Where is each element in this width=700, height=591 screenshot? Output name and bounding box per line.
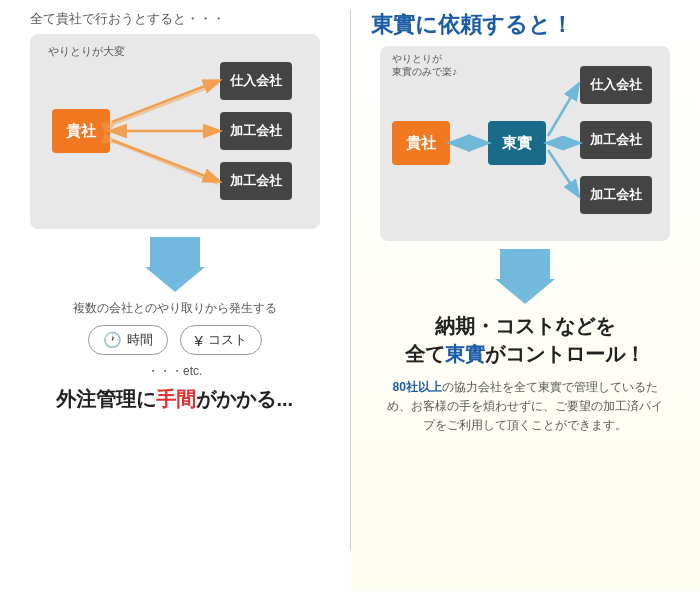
right-bottom-title: 納期・コストなどを 全て東實がコントロール！ (405, 312, 645, 368)
left-torikata-label: やりとりが大変 (48, 44, 125, 59)
left-panel-title: 全て貴社で行おうとすると・・・ (0, 10, 225, 28)
left-main-text: 外注管理に手間がかかる... (56, 386, 293, 413)
bottom-left-content: 複数の会社とのやり取りから発生する 🕐 時間 ¥ コスト ・・・etc. 外注管… (25, 300, 325, 413)
etc-text: ・・・etc. (147, 363, 202, 380)
right-torikata-label: やりとりが 東實のみで楽♪ (392, 52, 457, 78)
left-down-arrow-container (145, 237, 205, 292)
time-pill: 🕐 時間 (88, 325, 168, 355)
svg-line-4 (114, 142, 218, 184)
right-panel-title: 東實に依頼すると！ (351, 10, 573, 40)
left-panel: 全て貴社で行おうとすると・・・ やりとりが大変 貴社 仕入会社 加工会社 加工会… (0, 0, 350, 591)
left-yourcompany-box: 貴社 (52, 109, 110, 153)
right-down-arrow (495, 249, 555, 304)
svg-line-9 (548, 150, 578, 195)
right-diagram: やりとりが 東實のみで楽♪ 貴社 東實 仕入会社 加工会社 加工会社 (380, 46, 670, 241)
right-yourcompany-box: 貴社 (392, 121, 450, 165)
left-diagram: やりとりが大変 貴社 仕入会社 加工会社 加工会社 (30, 34, 320, 229)
svg-marker-10 (495, 249, 555, 304)
svg-line-3 (114, 84, 218, 124)
right-panel: 東實に依頼すると！ やりとりが 東實のみで楽♪ 貴社 東實 仕入会社 加工会社 (351, 0, 701, 591)
right-kako2-box: 加工会社 (580, 176, 652, 214)
left-kako1-box: 加工会社 (220, 112, 292, 150)
svg-line-0 (112, 81, 218, 122)
svg-marker-5 (145, 237, 205, 292)
svg-line-7 (548, 85, 578, 136)
bottom-right-content: 納期・コストなどを 全て東實がコントロール！ 80社以上の協力会社を全て東實で管… (365, 312, 685, 436)
cost-label: コスト (208, 331, 247, 349)
pills-row: 🕐 時間 ¥ コスト (88, 325, 262, 355)
right-shiire-box: 仕入会社 (580, 66, 652, 104)
tojitsu-box: 東實 (488, 121, 546, 165)
main-container: 全て貴社で行おうとすると・・・ やりとりが大変 貴社 仕入会社 加工会社 加工会… (0, 0, 700, 591)
svg-line-2 (112, 140, 218, 181)
yen-icon: ¥ (195, 332, 203, 349)
clock-icon: 🕐 (103, 331, 122, 349)
right-kako1-box: 加工会社 (580, 121, 652, 159)
right-bottom-desc: 80社以上の協力会社を全て東實で管理しているため、お客様の手を煩わせずに、ご要望… (385, 378, 665, 436)
left-down-arrow (145, 237, 205, 292)
time-label: 時間 (127, 331, 153, 349)
left-shiire-box: 仕入会社 (220, 62, 292, 100)
left-kako2-box: 加工会社 (220, 162, 292, 200)
left-bottom-desc: 複数の会社とのやり取りから発生する (73, 300, 277, 317)
cost-pill: ¥ コスト (180, 325, 262, 355)
right-down-arrow-container (495, 249, 555, 304)
